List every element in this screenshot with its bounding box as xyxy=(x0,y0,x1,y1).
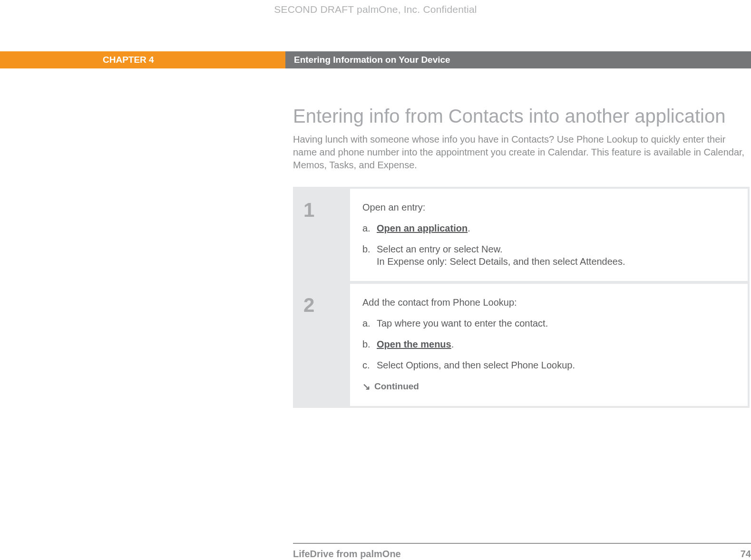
continued-label: Continued xyxy=(374,381,419,393)
document-page: SECOND DRAFT palmOne, Inc. Confidential … xyxy=(0,0,751,560)
substep-text: Select an entry or select New. In Expens… xyxy=(377,243,625,268)
step-sublist: a. Open an application. b. Select an ent… xyxy=(362,222,735,268)
step-number: 2 xyxy=(295,284,350,406)
substep-text: Open an application. xyxy=(377,222,470,234)
xref-link[interactable]: Open an application xyxy=(377,223,468,233)
substep-marker: a. xyxy=(362,317,377,329)
chapter-title: Entering Information on Your Device xyxy=(285,51,751,68)
substep-post: . xyxy=(451,339,454,349)
substep: c. Select Options, and then select Phone… xyxy=(362,359,735,371)
step-body: Add the contact from Phone Lookup: a. Ta… xyxy=(350,284,748,406)
step-number: 1 xyxy=(295,189,350,281)
substep-marker: a. xyxy=(362,222,377,234)
step-lead: Open an entry: xyxy=(362,201,735,213)
main-content: Entering info from Contacts into another… xyxy=(293,104,750,408)
substep-marker: b. xyxy=(362,243,377,268)
substep: a. Open an application. xyxy=(362,222,735,234)
step-lead: Add the contact from Phone Lookup: xyxy=(362,296,735,309)
watermark-text: SECOND DRAFT palmOne, Inc. Confidential xyxy=(0,3,751,16)
xref-link[interactable]: Open the menus xyxy=(377,339,451,349)
continued-indicator: ↘ Continued xyxy=(362,381,735,393)
chapter-label: CHAPTER 4 xyxy=(0,51,285,68)
substep-marker: c. xyxy=(362,359,377,371)
steps-table: 1 Open an entry: a. Open an application.… xyxy=(293,187,750,408)
substep: b. Select an entry or select New. In Exp… xyxy=(362,243,735,268)
substep-post: . xyxy=(468,223,470,233)
step-row: 1 Open an entry: a. Open an application.… xyxy=(295,189,748,281)
step-sublist: a. Tap where you want to enter the conta… xyxy=(362,317,735,371)
substep-line2: In Expense only: Select Details, and the… xyxy=(377,256,625,267)
footer-product: LifeDrive from palmOne xyxy=(293,548,401,560)
section-heading: Entering info from Contacts into another… xyxy=(293,104,750,128)
substep: a. Tap where you want to enter the conta… xyxy=(362,317,735,329)
substep-text: Select Options, and then select Phone Lo… xyxy=(377,359,575,371)
step-body: Open an entry: a. Open an application. b… xyxy=(350,189,748,281)
step-row: 2 Add the contact from Phone Lookup: a. … xyxy=(295,284,748,406)
footer-page-number: 74 xyxy=(741,548,751,560)
continued-arrow-icon: ↘ xyxy=(362,382,371,391)
substep-text: Open the menus. xyxy=(377,338,454,350)
substep-line1: Select an entry or select New. xyxy=(377,244,503,254)
substep: b. Open the menus. xyxy=(362,338,735,350)
section-intro: Having lunch with someone whose info you… xyxy=(293,133,750,172)
substep-text: Tap where you want to enter the contact. xyxy=(377,317,548,329)
chapter-header-bar: CHAPTER 4 Entering Information on Your D… xyxy=(0,51,751,68)
substep-marker: b. xyxy=(362,338,377,350)
page-footer: LifeDrive from palmOne 74 xyxy=(293,543,751,560)
